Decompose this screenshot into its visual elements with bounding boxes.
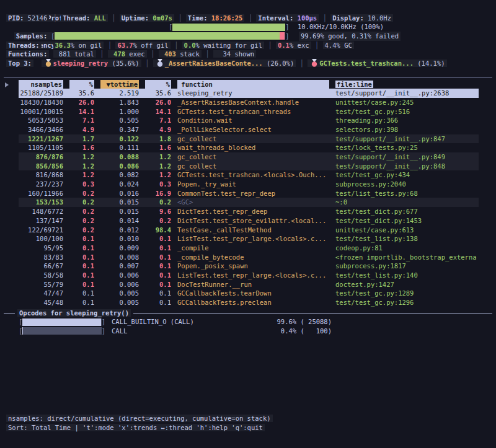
table-row[interactable]: 95/950.10.0090.1_compilecodeop.py:81	[19, 244, 479, 253]
nsamples-cell: 47/47	[19, 289, 63, 298]
file-line-cell: selectors.py:398	[335, 125, 479, 134]
status-pid: PID: 52146	[6, 14, 49, 22]
tottime-cell: 0.015	[100, 207, 139, 216]
table-row[interactable]: 66/670.10.0070.1Popen._posix_spawnsubpro…	[19, 261, 479, 271]
function-cell: gc_collect	[177, 134, 329, 144]
column-header-function[interactable]: function	[177, 80, 329, 89]
function-cell: DictTest.test_repr_deep	[177, 207, 329, 216]
file-line-cell: test/support/__init__.py:849	[335, 152, 479, 162]
function-cell: _compile_bytecode	[177, 253, 329, 262]
table-row[interactable]: 160/119660.20.01616.9CommonTest.test_rep…	[19, 189, 479, 198]
opcode-bar: []	[19, 317, 105, 327]
tottime-cell: 2.519	[100, 89, 139, 98]
nsamples-cell: 122/69721	[19, 226, 63, 235]
nsamples-cell: 237/237	[19, 180, 63, 189]
cumulative-pct-cell: 0.3	[145, 180, 171, 189]
tottime-cell: 0.024	[100, 180, 139, 189]
functions-line: Functions: 881 total │ 478 exec │ 403 st…	[0, 50, 496, 59]
table-row[interactable]: 83/830.10.0080.1_compile_bytecode<frozen…	[19, 253, 479, 262]
footer-legend: nsamples: direct/cumulative (direct=exec…	[6, 415, 273, 422]
table-row[interactable]: 137/1470.20.0140.2DictTest.test_store_ev…	[19, 216, 479, 226]
column-header-nsamples[interactable]: nsamples	[19, 80, 63, 89]
file-line-cell: test/test_gc.py:1289	[335, 289, 479, 298]
nsamples-cell: 5053/5053	[19, 116, 63, 125]
table-row[interactable]: 5053/50537.10.5057.1Condition.waitthread…	[19, 116, 479, 125]
table-row[interactable]: 816/8681.20.0821.2GCTests.test_trashcan.…	[19, 170, 479, 180]
table-row[interactable]: 122/697210.20.01298.4TestCase._callTestM…	[19, 226, 479, 235]
direct-pct-cell: 1.2	[69, 162, 94, 171]
cumulative-pct-cell: 1.2	[145, 162, 171, 171]
direct-pct-cell: 0.1	[69, 234, 94, 244]
table-row[interactable]: 237/2370.30.0240.3Popen._try_waitsubproc…	[19, 180, 479, 189]
direct-pct-cell: 26.0	[69, 98, 94, 107]
tottime-cell: 0.086	[100, 162, 139, 171]
table-row[interactable]: 148/67720.20.0159.6DictTest.test_repr_de…	[19, 207, 479, 216]
efficiency-text: 99.69% good, 0.31% failed	[299, 32, 401, 41]
column-header-[interactable]: %	[145, 80, 171, 89]
top3-item: sleeping_retry (35.6%)	[42, 59, 141, 67]
direct-pct-cell: 0.3	[69, 180, 94, 189]
tottime-cell: 1.000	[100, 107, 139, 116]
tottime-cell: 0.005	[100, 298, 139, 307]
function-cell: gc_collect	[177, 152, 329, 162]
nsamples-cell: 95/95	[19, 244, 63, 253]
direct-pct-cell: 1.2	[69, 170, 94, 180]
table-row[interactable]: 58/580.10.0060.1ListTest.test_repr_large…	[19, 271, 479, 280]
direct-pct-cell: 0.2	[69, 226, 94, 235]
table-row[interactable]: 25188/2518935.62.51935.6sleeping_retryte…	[19, 89, 479, 98]
tottime-cell: 0.088	[100, 152, 139, 162]
opcodes-title: Opcodes for sleeping_retry()	[17, 309, 131, 317]
direct-pct-cell: 0.1	[69, 298, 94, 307]
table-row[interactable]: 3466/34664.90.3474.9_PollLikeSelector.se…	[19, 125, 479, 134]
gold-medal-icon	[45, 59, 51, 67]
status-interval: Interval: 100μs	[256, 14, 319, 22]
table-row[interactable]: 18430/1843026.01.84326.0_AssertRaisesBas…	[19, 98, 479, 107]
function-cell: Popen._posix_spawn	[177, 261, 329, 271]
table-row[interactable]: 10001/1001514.11.00014.1GCTests.test_tra…	[19, 107, 479, 116]
cumulative-pct-cell: 0.1	[145, 234, 171, 244]
cumulative-pct-cell: 98.4	[145, 226, 171, 235]
direct-pct-cell: 0.1	[69, 289, 94, 298]
file-line-cell: test/test_gc.py:516	[335, 107, 479, 116]
threads-stat: 36.3% on gil	[53, 42, 104, 49]
table-row[interactable]: 856/8561.20.0861.2gc_collecttest/support…	[19, 162, 479, 171]
functions-stat: 34 shown	[213, 50, 256, 58]
opcodes-header: Opcodes for sleeping_retry()	[4, 309, 492, 318]
file-line-cell: test/support/__init__.py:847	[335, 134, 479, 144]
file-line-cell: test/support/__init__.py:848	[335, 162, 479, 171]
cumulative-pct-cell: 7.1	[145, 116, 171, 125]
column-header-tottime[interactable]: ▼tottime	[100, 80, 139, 89]
table-row[interactable]: 55/790.10.0060.1DocTestRunner.__rundocte…	[19, 280, 479, 289]
tottime-cell: 0.006	[100, 280, 139, 289]
nsamples-cell: 10001/10015	[19, 107, 63, 116]
cumulative-pct-cell: 0.1	[145, 253, 171, 262]
table-row[interactable]: 1105/11051.60.1111.6wait_threads_blocked…	[19, 143, 479, 152]
table-row[interactable]: 100/1000.10.0100.1ListTest.test_repr_lar…	[19, 234, 479, 244]
file-line-cell: test/list_tests.py:68	[335, 189, 479, 198]
cumulative-pct-cell: 0.1	[145, 261, 171, 271]
nsamples-cell: 83/83	[19, 253, 63, 262]
top3-line: Top 3: sleeping_retry (35.6%) │ _AssertR…	[0, 59, 496, 68]
tachyon-profiler-terminal: { "title": "Tachyon Profiler", "status":…	[0, 0, 496, 448]
table-row[interactable]: 1221/12671.70.1221.8gc_collecttest/suppo…	[19, 134, 479, 144]
functions-stat: 478 exec	[108, 50, 147, 58]
column-header-label: file:line	[335, 81, 373, 88]
opcode-name: CALL_BUILTIN_O (CALL)	[112, 317, 257, 327]
table-row[interactable]: 153/1530.20.0150.2<GC>~:0	[19, 198, 479, 207]
column-header-file:line[interactable]: file:line	[335, 80, 479, 89]
direct-pct-cell: 0.1	[69, 253, 94, 262]
opcode-row: []CALL0.4% ( 100)	[19, 327, 496, 336]
column-header-[interactable]: %	[69, 80, 94, 89]
function-cell: CommonTest.test_repr_deep	[177, 189, 329, 198]
opcodes-rule-right	[133, 313, 492, 314]
cumulative-pct-cell: 35.6	[145, 89, 171, 98]
table-row[interactable]: 45/480.10.0050.1GCCallbackTests.preclean…	[19, 298, 479, 307]
function-cell: ListTest.test_repr_large.<locals>.c...	[177, 234, 329, 244]
direct-pct-cell: 0.2	[69, 189, 94, 198]
threads-stat: 0.0% waiting for gil	[182, 42, 264, 49]
tottime-cell: 0.082	[100, 170, 139, 180]
table-row[interactable]: 47/470.10.0050.1GCCallbackTests.tearDown…	[19, 289, 479, 298]
function-cell: wait_threads_blocked	[177, 143, 329, 152]
opcode-name: CALL	[112, 327, 257, 336]
table-row[interactable]: 876/8761.20.0881.2gc_collecttest/support…	[19, 152, 479, 162]
